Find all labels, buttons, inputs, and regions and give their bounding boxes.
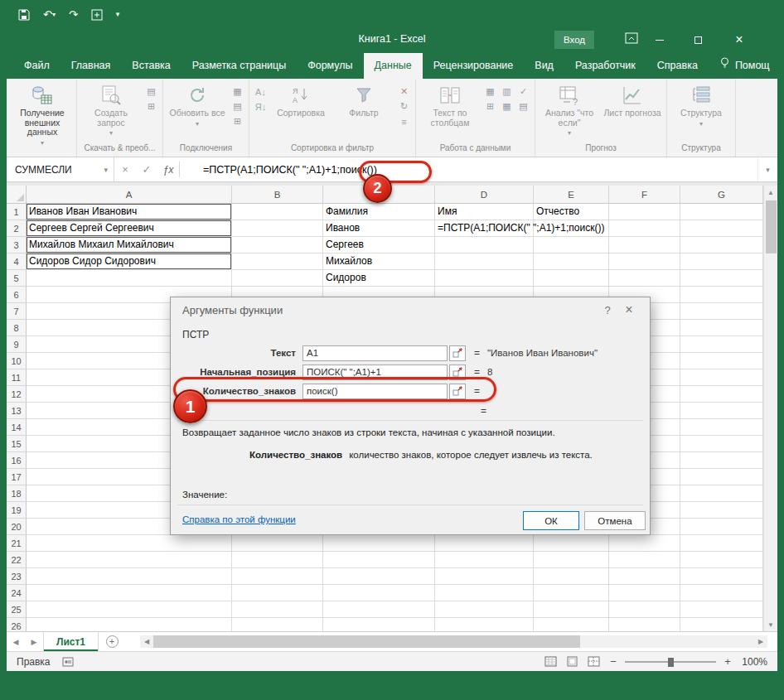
- cell-F22[interactable]: [609, 552, 680, 568]
- edit-links-icon[interactable]: ⊞: [230, 114, 245, 128]
- relationships-icon[interactable]: ▦: [499, 99, 515, 113]
- outline-button[interactable]: Структура▾: [670, 80, 733, 128]
- what-if-analysis-button[interactable]: ?Анализ "что если"▾: [538, 80, 601, 138]
- dialog-titlebar[interactable]: Аргументы функции ? ×: [171, 297, 650, 322]
- tab-review[interactable]: Рецензирование: [423, 53, 525, 79]
- cell-E24[interactable]: [534, 585, 609, 601]
- cell-D26[interactable]: [435, 618, 534, 631]
- close-button[interactable]: ×: [729, 30, 749, 50]
- redo-icon[interactable]: ↷: [69, 8, 78, 21]
- cell-F1[interactable]: [609, 204, 680, 220]
- enter-entry-button[interactable]: ✓: [136, 157, 157, 181]
- row-header-23[interactable]: 23: [7, 568, 27, 585]
- row-header-12[interactable]: 12: [7, 386, 27, 403]
- row-header-2[interactable]: 2: [7, 220, 27, 237]
- row-header-9[interactable]: 9: [7, 336, 27, 353]
- cell-G7[interactable]: [680, 303, 763, 320]
- cell-B21[interactable]: [232, 535, 323, 552]
- cell-D24[interactable]: [435, 585, 534, 601]
- undo-icon[interactable]: ↶ ▾: [43, 8, 56, 21]
- tab-home[interactable]: Главная: [60, 53, 122, 79]
- horizontal-scroll-thumb[interactable]: [153, 635, 580, 648]
- reapply-icon[interactable]: ↻: [396, 99, 412, 113]
- cell-G8[interactable]: [680, 320, 763, 336]
- vertical-scrollbar[interactable]: ▲ ▼: [763, 186, 777, 631]
- row-header-20[interactable]: 20: [7, 519, 27, 535]
- row-header-17[interactable]: 17: [7, 469, 27, 485]
- cell-E5[interactable]: [534, 270, 609, 287]
- cell-G24[interactable]: [680, 585, 763, 601]
- select-all-corner[interactable]: [7, 186, 27, 203]
- cell-A25[interactable]: [27, 601, 232, 618]
- name-box-dropdown-icon[interactable]: ▾: [104, 166, 108, 174]
- cancel-entry-button[interactable]: ×: [114, 157, 136, 181]
- forecast-sheet-button[interactable]: Лист прогноза: [601, 80, 664, 118]
- cell-A26[interactable]: [27, 618, 232, 631]
- recent-sources-icon[interactable]: ▤: [143, 84, 159, 99]
- cell-A1[interactable]: Иванов Иван Иванович: [27, 204, 232, 220]
- cell-G11[interactable]: [680, 369, 763, 386]
- cell-G9[interactable]: [680, 336, 763, 353]
- row-header-8[interactable]: 8: [7, 320, 27, 336]
- cell-G13[interactable]: [680, 403, 763, 419]
- cell-G19[interactable]: [680, 502, 763, 519]
- cell-G16[interactable]: [680, 452, 763, 469]
- row-header-13[interactable]: 13: [7, 403, 27, 419]
- cell-A5[interactable]: [27, 270, 232, 287]
- view-page-layout-icon[interactable]: [564, 655, 580, 668]
- row-header-5[interactable]: 5: [7, 270, 27, 287]
- cell-E25[interactable]: [534, 601, 609, 618]
- cell-G6[interactable]: [680, 287, 763, 303]
- row-header-18[interactable]: 18: [7, 485, 27, 502]
- sheet-nav-left-icon[interactable]: ◀: [7, 632, 25, 651]
- cell-E22[interactable]: [534, 552, 609, 568]
- column-header-B[interactable]: B: [232, 186, 323, 203]
- cell-F5[interactable]: [609, 270, 680, 287]
- sheet-tab-Лист1[interactable]: Лист1: [43, 632, 99, 651]
- from-table-icon[interactable]: ⊞: [143, 99, 159, 113]
- cell-G26[interactable]: [680, 618, 763, 631]
- remove-duplicates-icon[interactable]: ▥: [499, 84, 515, 99]
- cell-G21[interactable]: [680, 535, 763, 552]
- cell-C21[interactable]: [323, 535, 435, 552]
- cell-G18[interactable]: [680, 485, 763, 502]
- dialog-help-icon[interactable]: ?: [597, 304, 618, 316]
- cell-C3[interactable]: Сергеев: [323, 237, 435, 253]
- tab-help[interactable]: Справка: [646, 53, 709, 79]
- manage-data-model-icon[interactable]: ▤: [515, 99, 531, 113]
- hscroll-right-icon[interactable]: ▶: [754, 635, 767, 648]
- tab-insert[interactable]: Вставка: [121, 53, 181, 79]
- cell-B22[interactable]: [232, 552, 323, 568]
- zoom-in-button[interactable]: +: [722, 655, 733, 668]
- cell-G3[interactable]: [680, 237, 763, 253]
- name-box[interactable]: СУММЕСЛИ ▾: [7, 157, 114, 181]
- cell-D25[interactable]: [435, 601, 534, 618]
- row-header-15[interactable]: 15: [7, 436, 27, 452]
- zoom-slider[interactable]: [625, 656, 716, 668]
- row-header-10[interactable]: 10: [7, 353, 27, 369]
- column-header-D[interactable]: D: [435, 186, 534, 203]
- cell-A4[interactable]: Сидоров Сидор Сидорович: [27, 253, 232, 270]
- row-header-4[interactable]: 4: [7, 253, 27, 270]
- row-header-7[interactable]: 7: [7, 303, 27, 320]
- column-header-E[interactable]: E: [534, 186, 609, 203]
- sort-za-icon[interactable]: Я↓: [253, 99, 269, 113]
- tab-page-layout[interactable]: Разметка страницы: [181, 53, 297, 79]
- get-external-data-button[interactable]: Получение внешних данных▾: [11, 80, 74, 147]
- data-validation-icon[interactable]: ✓: [515, 84, 531, 99]
- cell-F23[interactable]: [609, 568, 680, 585]
- tab-developer[interactable]: Разработчик: [564, 53, 646, 79]
- cell-B25[interactable]: [232, 601, 323, 618]
- cell-D4[interactable]: [435, 253, 534, 270]
- cell-C26[interactable]: [323, 618, 435, 631]
- scroll-up-icon[interactable]: ▲: [767, 186, 774, 199]
- column-header-G[interactable]: G: [680, 186, 763, 203]
- text-field-input[interactable]: A1: [302, 345, 448, 361]
- cell-B3[interactable]: [232, 237, 323, 253]
- share-button[interactable]: Поделиться: [781, 53, 784, 79]
- cell-D21[interactable]: [435, 535, 534, 552]
- cell-G20[interactable]: [680, 519, 763, 535]
- tab-view[interactable]: Вид: [524, 53, 564, 79]
- cell-G23[interactable]: [680, 568, 763, 585]
- cancel-button[interactable]: Отмена: [584, 511, 646, 530]
